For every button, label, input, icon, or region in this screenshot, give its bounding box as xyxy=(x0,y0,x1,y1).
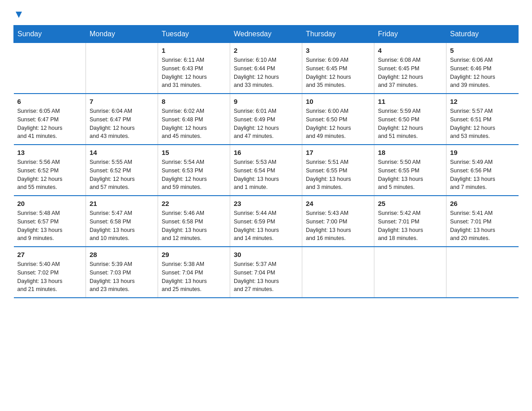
day-info: Sunrise: 5:50 AM Sunset: 6:55 PM Dayligh… xyxy=(378,158,442,192)
calendar-cell: 11Sunrise: 5:59 AM Sunset: 6:50 PM Dayli… xyxy=(374,94,446,145)
calendar-week-row: 1Sunrise: 6:11 AM Sunset: 6:43 PM Daylig… xyxy=(14,43,519,94)
day-number: 30 xyxy=(234,251,298,258)
calendar-cell: 2Sunrise: 6:10 AM Sunset: 6:44 PM Daylig… xyxy=(230,43,302,94)
calendar-week-row: 6Sunrise: 6:05 AM Sunset: 6:47 PM Daylig… xyxy=(14,94,519,145)
day-info: Sunrise: 6:02 AM Sunset: 6:48 PM Dayligh… xyxy=(162,107,226,141)
calendar-week-row: 13Sunrise: 5:56 AM Sunset: 6:52 PM Dayli… xyxy=(14,145,519,196)
day-info: Sunrise: 5:48 AM Sunset: 6:57 PM Dayligh… xyxy=(17,209,82,243)
day-number: 18 xyxy=(378,149,442,156)
svg-marker-0 xyxy=(16,12,22,18)
day-number: 24 xyxy=(306,200,370,207)
day-of-week-header: Wednesday xyxy=(230,26,302,43)
day-info: Sunrise: 5:38 AM Sunset: 7:04 PM Dayligh… xyxy=(162,260,226,294)
calendar-cell: 4Sunrise: 6:08 AM Sunset: 6:45 PM Daylig… xyxy=(374,43,446,94)
days-header-row: SundayMondayTuesdayWednesdayThursdayFrid… xyxy=(14,26,519,43)
calendar-cell xyxy=(302,247,374,298)
day-of-week-header: Tuesday xyxy=(158,26,230,43)
day-info: Sunrise: 5:51 AM Sunset: 6:55 PM Dayligh… xyxy=(306,158,370,192)
day-info: Sunrise: 5:49 AM Sunset: 6:56 PM Dayligh… xyxy=(450,158,515,192)
day-number: 7 xyxy=(90,98,154,105)
calendar-cell: 9Sunrise: 6:01 AM Sunset: 6:49 PM Daylig… xyxy=(230,94,302,145)
day-info: Sunrise: 5:56 AM Sunset: 6:52 PM Dayligh… xyxy=(17,158,82,192)
calendar-cell: 16Sunrise: 5:53 AM Sunset: 6:54 PM Dayli… xyxy=(230,145,302,196)
day-number: 8 xyxy=(162,98,226,105)
day-info: Sunrise: 5:46 AM Sunset: 6:58 PM Dayligh… xyxy=(162,209,226,243)
day-of-week-header: Sunday xyxy=(14,26,86,43)
calendar-cell: 12Sunrise: 5:57 AM Sunset: 6:51 PM Dayli… xyxy=(446,94,519,145)
day-info: Sunrise: 5:40 AM Sunset: 7:02 PM Dayligh… xyxy=(17,260,82,294)
day-number: 9 xyxy=(234,98,298,105)
day-info: Sunrise: 5:53 AM Sunset: 6:54 PM Dayligh… xyxy=(234,158,298,192)
day-info: Sunrise: 5:44 AM Sunset: 6:59 PM Dayligh… xyxy=(234,209,298,243)
day-number: 27 xyxy=(17,251,82,258)
day-number: 26 xyxy=(450,200,515,207)
day-number: 16 xyxy=(234,149,298,156)
day-info: Sunrise: 5:41 AM Sunset: 7:01 PM Dayligh… xyxy=(450,209,515,243)
day-of-week-header: Friday xyxy=(374,26,446,43)
calendar-cell: 17Sunrise: 5:51 AM Sunset: 6:55 PM Dayli… xyxy=(302,145,374,196)
day-number: 4 xyxy=(378,47,442,54)
calendar-cell: 29Sunrise: 5:38 AM Sunset: 7:04 PM Dayli… xyxy=(158,247,230,298)
day-number: 19 xyxy=(450,149,515,156)
day-number: 5 xyxy=(450,47,515,54)
day-info: Sunrise: 5:37 AM Sunset: 7:04 PM Dayligh… xyxy=(234,260,298,294)
calendar-cell: 25Sunrise: 5:42 AM Sunset: 7:01 PM Dayli… xyxy=(374,196,446,247)
calendar-cell: 6Sunrise: 6:05 AM Sunset: 6:47 PM Daylig… xyxy=(14,94,86,145)
day-info: Sunrise: 6:08 AM Sunset: 6:45 PM Dayligh… xyxy=(378,56,442,90)
day-of-week-header: Saturday xyxy=(446,26,519,43)
calendar-cell: 8Sunrise: 6:02 AM Sunset: 6:48 PM Daylig… xyxy=(158,94,230,145)
day-info: Sunrise: 6:01 AM Sunset: 6:49 PM Dayligh… xyxy=(234,107,298,141)
day-info: Sunrise: 5:54 AM Sunset: 6:53 PM Dayligh… xyxy=(162,158,226,192)
calendar-cell: 19Sunrise: 5:49 AM Sunset: 6:56 PM Dayli… xyxy=(446,145,519,196)
calendar-cell xyxy=(14,43,86,94)
logo xyxy=(13,9,24,21)
day-number: 14 xyxy=(90,149,154,156)
calendar-cell: 30Sunrise: 5:37 AM Sunset: 7:04 PM Dayli… xyxy=(230,247,302,298)
day-number: 28 xyxy=(90,251,154,258)
day-info: Sunrise: 6:10 AM Sunset: 6:44 PM Dayligh… xyxy=(234,56,298,90)
day-of-week-header: Thursday xyxy=(302,26,374,43)
calendar-cell xyxy=(374,247,446,298)
calendar-cell: 28Sunrise: 5:39 AM Sunset: 7:03 PM Dayli… xyxy=(86,247,158,298)
day-info: Sunrise: 5:43 AM Sunset: 7:00 PM Dayligh… xyxy=(306,209,370,243)
day-info: Sunrise: 5:47 AM Sunset: 6:58 PM Dayligh… xyxy=(90,209,154,243)
day-number: 1 xyxy=(162,47,226,54)
day-number: 3 xyxy=(306,47,370,54)
day-info: Sunrise: 5:59 AM Sunset: 6:50 PM Dayligh… xyxy=(378,107,442,141)
calendar-cell: 10Sunrise: 6:00 AM Sunset: 6:50 PM Dayli… xyxy=(302,94,374,145)
day-number: 6 xyxy=(17,98,82,105)
day-number: 17 xyxy=(306,149,370,156)
day-info: Sunrise: 5:39 AM Sunset: 7:03 PM Dayligh… xyxy=(90,260,154,294)
calendar-cell: 20Sunrise: 5:48 AM Sunset: 6:57 PM Dayli… xyxy=(14,196,86,247)
calendar-cell: 24Sunrise: 5:43 AM Sunset: 7:00 PM Dayli… xyxy=(302,196,374,247)
day-number: 15 xyxy=(162,149,226,156)
day-number: 12 xyxy=(450,98,515,105)
day-info: Sunrise: 6:05 AM Sunset: 6:47 PM Dayligh… xyxy=(17,107,82,141)
calendar-cell: 15Sunrise: 5:54 AM Sunset: 6:53 PM Dayli… xyxy=(158,145,230,196)
day-number: 21 xyxy=(90,200,154,207)
day-number: 11 xyxy=(378,98,442,105)
day-info: Sunrise: 5:55 AM Sunset: 6:52 PM Dayligh… xyxy=(90,158,154,192)
calendar-cell xyxy=(446,247,519,298)
calendar-cell: 1Sunrise: 6:11 AM Sunset: 6:43 PM Daylig… xyxy=(158,43,230,94)
calendar-cell: 18Sunrise: 5:50 AM Sunset: 6:55 PM Dayli… xyxy=(374,145,446,196)
calendar-cell: 21Sunrise: 5:47 AM Sunset: 6:58 PM Dayli… xyxy=(86,196,158,247)
calendar-cell: 7Sunrise: 6:04 AM Sunset: 6:47 PM Daylig… xyxy=(86,94,158,145)
day-info: Sunrise: 6:04 AM Sunset: 6:47 PM Dayligh… xyxy=(90,107,154,141)
calendar-cell: 14Sunrise: 5:55 AM Sunset: 6:52 PM Dayli… xyxy=(86,145,158,196)
day-info: Sunrise: 6:00 AM Sunset: 6:50 PM Dayligh… xyxy=(306,107,370,141)
day-number: 23 xyxy=(234,200,298,207)
calendar-week-row: 27Sunrise: 5:40 AM Sunset: 7:02 PM Dayli… xyxy=(14,247,519,298)
calendar-table: SundayMondayTuesdayWednesdayThursdayFrid… xyxy=(13,25,519,298)
calendar-cell: 23Sunrise: 5:44 AM Sunset: 6:59 PM Dayli… xyxy=(230,196,302,247)
calendar-cell: 22Sunrise: 5:46 AM Sunset: 6:58 PM Dayli… xyxy=(158,196,230,247)
day-number: 22 xyxy=(162,200,226,207)
day-number: 20 xyxy=(17,200,82,207)
day-of-week-header: Monday xyxy=(86,26,158,43)
calendar-cell: 5Sunrise: 6:06 AM Sunset: 6:46 PM Daylig… xyxy=(446,43,519,94)
calendar-week-row: 20Sunrise: 5:48 AM Sunset: 6:57 PM Dayli… xyxy=(14,196,519,247)
day-info: Sunrise: 6:06 AM Sunset: 6:46 PM Dayligh… xyxy=(450,56,515,90)
calendar-cell: 13Sunrise: 5:56 AM Sunset: 6:52 PM Dayli… xyxy=(14,145,86,196)
logo-arrow-icon xyxy=(14,10,24,20)
day-info: Sunrise: 6:11 AM Sunset: 6:43 PM Dayligh… xyxy=(162,56,226,90)
